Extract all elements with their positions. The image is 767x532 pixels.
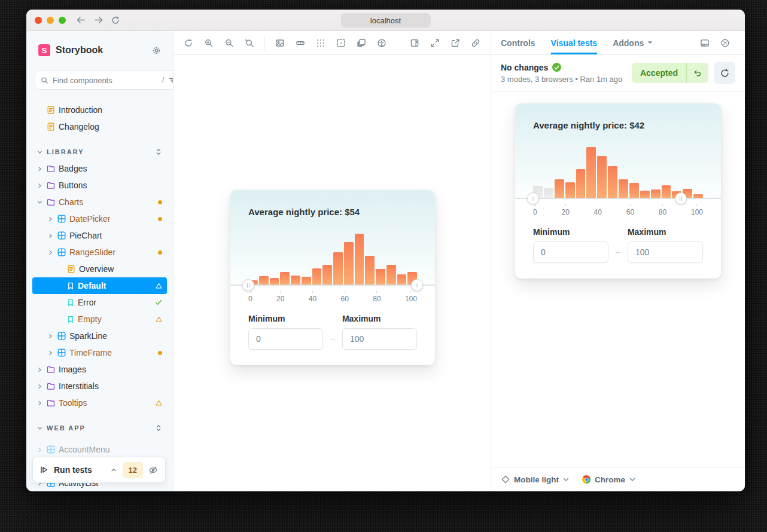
diamond-icon — [501, 475, 510, 484]
panel-toggle-icon[interactable] — [406, 35, 423, 51]
search-box[interactable]: / — [35, 71, 174, 90]
chevron-down-icon — [629, 478, 635, 482]
sidebar-item-changelog[interactable]: Changelog — [32, 118, 167, 135]
tab-visual-tests[interactable]: Visual tests — [551, 31, 598, 54]
max-input[interactable] — [628, 241, 703, 263]
browser-forward-icon[interactable] — [94, 16, 103, 25]
sidebar-item-timeframe[interactable]: TimeFrame — [32, 344, 167, 361]
changed-dot-badge — [158, 217, 162, 221]
component-icon — [57, 332, 66, 340]
expand-collapse-all-icon[interactable] — [155, 148, 162, 155]
search-input[interactable] — [53, 76, 158, 85]
warning-triangle-icon — [156, 316, 162, 322]
min-input[interactable] — [248, 328, 323, 350]
folder-icon — [47, 164, 55, 173]
accessibility-icon[interactable] — [373, 35, 390, 51]
section-header-web-app[interactable]: WEB APP — [32, 420, 167, 436]
close-window-button[interactable] — [35, 17, 42, 24]
sidebar-item-introduction[interactable]: Introduction — [32, 102, 167, 118]
sidebar-item-rangeslider[interactable]: RangeSlider — [32, 244, 167, 261]
histogram-bar — [608, 166, 617, 198]
max-input[interactable] — [342, 328, 417, 350]
max-slider-handle[interactable] — [411, 279, 423, 291]
zoom-in-icon[interactable] — [200, 35, 217, 51]
chevron-right-icon — [47, 250, 54, 255]
accepted-button[interactable]: Accepted — [632, 63, 686, 83]
sidebar-item-sparkline[interactable]: SparkLine — [32, 328, 167, 344]
histogram-bar — [619, 179, 628, 198]
sidebar-item-error[interactable]: Error — [32, 294, 167, 311]
histogram-bar — [312, 268, 322, 285]
browser-back-icon[interactable] — [77, 16, 86, 25]
item-label: Charts — [59, 197, 83, 207]
sidebar: S Storybook / IntroductionChangelogLIBRA… — [26, 31, 174, 491]
section-header-library[interactable]: LIBRARY — [32, 143, 167, 160]
status-subtitle: 3 modes, 3 browsers • Ran 1m ago — [501, 75, 622, 84]
watch-mode-icon[interactable] — [148, 466, 158, 475]
sidebar-item-datepicker[interactable]: DatePicker — [32, 210, 167, 227]
min-label: Minimum — [533, 227, 608, 237]
sidebar-item-accountmenu[interactable]: AccountMenu — [32, 441, 167, 458]
item-label: Default — [78, 281, 106, 291]
zoom-window-button[interactable] — [59, 17, 66, 24]
sidebar-item-images[interactable]: Images — [32, 361, 167, 378]
sidebar-item-interstitials[interactable]: Interstitials — [32, 378, 167, 395]
component-icon — [47, 445, 55, 454]
sidebar-item-overview[interactable]: Overview — [32, 261, 167, 277]
tab-controls[interactable]: Controls — [501, 31, 535, 54]
run-tests-play-icon[interactable] — [40, 466, 48, 474]
filter-icon[interactable] — [168, 76, 174, 84]
collapse-chevron-icon[interactable] — [110, 466, 117, 473]
run-tests-bar: Run tests 12 — [32, 457, 166, 483]
sidebar-item-tooltips[interactable]: Tooltips — [32, 395, 167, 411]
min-slider-handle[interactable] — [242, 279, 254, 291]
grid-icon[interactable] — [312, 35, 329, 51]
chevron-right-icon — [36, 400, 43, 406]
sidebar-item-buttons[interactable]: Buttons — [32, 177, 167, 194]
snapshot-preview: Average nightly price: $42020406080100Mi… — [491, 91, 745, 467]
item-label: RangeSlider — [69, 247, 115, 257]
sidebar-item-empty[interactable]: Empty — [32, 311, 167, 328]
panel-bottom-icon[interactable] — [696, 35, 713, 51]
axis-tick: 80 — [659, 204, 666, 216]
run-tests-label[interactable]: Run tests — [54, 465, 105, 475]
close-panel-icon[interactable] — [717, 35, 733, 51]
minimize-window-button[interactable] — [47, 17, 54, 24]
open-new-tab-icon[interactable] — [447, 35, 464, 51]
min-input[interactable] — [533, 241, 608, 263]
max-label: Maximum — [628, 227, 703, 237]
measure-icon[interactable] — [292, 35, 309, 51]
rerun-tests-button[interactable] — [714, 62, 735, 84]
search-shortcut-key: / — [162, 76, 164, 84]
min-slider-handle[interactable] — [527, 192, 539, 204]
sidebar-item-piechart[interactable]: PieChart — [32, 227, 167, 244]
sidebar-item-default[interactable]: Default — [32, 277, 167, 294]
outline-icon[interactable] — [333, 35, 349, 51]
story-link-icon[interactable] — [467, 35, 484, 51]
backgrounds-icon[interactable] — [272, 35, 288, 51]
undo-accept-button[interactable] — [686, 63, 708, 83]
zoom-out-icon[interactable] — [221, 35, 238, 51]
viewport-icon[interactable] — [353, 35, 370, 51]
item-label: WEB APP — [47, 424, 86, 432]
browser-selector[interactable]: Chrome — [582, 475, 635, 484]
max-slider-handle[interactable] — [675, 192, 687, 204]
settings-gear-icon[interactable] — [152, 46, 161, 55]
browser-reload-icon[interactable] — [111, 16, 120, 25]
address-bar[interactable]: localhost — [341, 13, 431, 27]
expand-collapse-all-icon[interactable] — [155, 424, 162, 432]
sidebar-item-charts[interactable]: Charts — [32, 194, 167, 210]
check-circle-icon — [552, 63, 561, 72]
tab-addons[interactable]: Addons — [613, 31, 653, 54]
folder-icon — [47, 181, 55, 189]
item-label: LIBRARY — [47, 148, 84, 155]
mode-selector[interactable]: Mobile light — [501, 475, 569, 484]
remount-icon[interactable] — [180, 35, 197, 51]
folder-icon — [47, 399, 55, 407]
status-title: No changes — [501, 63, 548, 72]
component-icon — [57, 215, 66, 223]
test-count-badge: 12 — [123, 462, 143, 478]
zoom-reset-icon[interactable] — [241, 35, 258, 51]
sidebar-item-badges[interactable]: Badges — [32, 160, 167, 177]
fullscreen-icon[interactable] — [427, 35, 443, 51]
